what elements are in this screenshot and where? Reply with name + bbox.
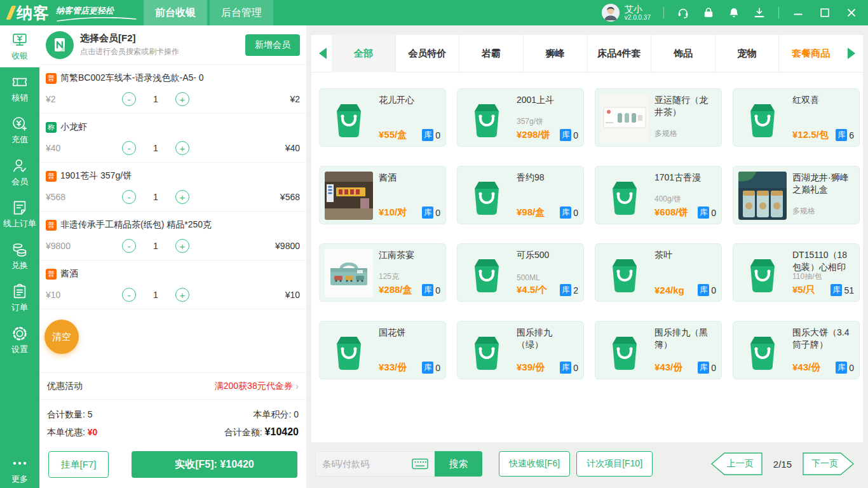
product-card[interactable]: 可乐500 500ML ¥4.5/个 库 2: [457, 243, 584, 302]
sidebar-item-member[interactable]: 会员: [0, 151, 39, 193]
decrease-qty-button[interactable]: -: [122, 288, 136, 302]
increase-qty-button[interactable]: +: [175, 288, 189, 302]
item-qty[interactable]: 1: [147, 143, 164, 153]
logo-text: 纳客: [17, 3, 50, 24]
product-price: ¥4.5/个: [517, 284, 547, 296]
divider: [778, 7, 779, 18]
category-tab-yanba[interactable]: 岩霸: [459, 35, 524, 72]
close-button[interactable]: [845, 6, 858, 19]
sidebar-item-cashier[interactable]: 收银: [0, 25, 39, 67]
increase-qty-button[interactable]: +: [175, 239, 189, 253]
product-card[interactable]: 花儿开心 ¥55/盒 库 0: [319, 88, 446, 147]
item-unit-price: ¥10: [46, 290, 122, 300]
sidebar-item-exchange[interactable]: 兑换: [0, 235, 39, 277]
product-card[interactable]: 国花饼 ¥33/份 库 0: [319, 321, 446, 379]
quick-cashier-button[interactable]: 快速收银[F6]: [499, 451, 570, 477]
decrease-qty-button[interactable]: -: [122, 92, 136, 106]
increase-qty-button[interactable]: +: [175, 141, 189, 155]
product-card[interactable]: 香约98 ¥98/盒 库 0: [457, 166, 584, 224]
logo-accent-mark: [6, 6, 17, 20]
stock-badge: 库: [831, 284, 842, 296]
stock-count: 0: [573, 130, 578, 140]
cart-item-row[interactable]: 普 1901苍斗 357g/饼 ¥568 - 1 + ¥568: [39, 163, 306, 212]
item-qty[interactable]: 1: [147, 192, 164, 202]
top-tab-backend-admin[interactable]: 后台管理: [210, 0, 273, 25]
product-name: 茶叶: [654, 249, 716, 261]
category-tab-shifeng[interactable]: 狮峰: [524, 35, 588, 72]
category-scroll-right-icon[interactable]: [843, 35, 860, 72]
notification-bell-icon[interactable]: [728, 6, 740, 19]
sidebar-item-order[interactable]: 订单: [0, 277, 39, 319]
prev-page-button[interactable]: 上一页: [710, 452, 763, 475]
sidebar-item-label: 收银: [11, 50, 28, 62]
decrease-qty-button[interactable]: -: [122, 190, 136, 204]
sidebar-item-more[interactable]: 更多: [0, 451, 39, 488]
category-tab-pets[interactable]: 宠物: [715, 35, 780, 72]
category-tab-all[interactable]: 全部: [332, 35, 396, 72]
product-price: ¥24/kg: [654, 285, 684, 295]
product-card[interactable]: 茶叶 ¥24/kg 库 0: [595, 243, 722, 302]
product-card[interactable]: 2001上斗 357g/饼 ¥298/饼 库 0: [457, 88, 584, 147]
product-card[interactable]: 红双喜 ¥12.5/包 库 6: [733, 88, 860, 147]
product-card[interactable]: 江南茶宴 125克 ¥288/盒 库 0: [319, 243, 446, 302]
product-panel: 全部 会员特价 岩霸 狮峰 床品4件套 饰品 宠物 套餐商品 花儿开心 ¥55/…: [306, 25, 868, 488]
decrease-qty-button[interactable]: -: [122, 239, 136, 253]
product-photo: [738, 172, 787, 220]
download-icon[interactable]: [753, 6, 766, 19]
minimize-button[interactable]: [792, 6, 804, 19]
increase-qty-button[interactable]: +: [175, 92, 189, 106]
item-qty[interactable]: 1: [147, 94, 164, 104]
item-unit-price: ¥2: [46, 94, 122, 104]
sidebar-item-verify[interactable]: 核销: [0, 67, 39, 109]
count-item-button[interactable]: 计次项目[F10]: [576, 451, 653, 477]
cart-item-row[interactable]: 普 简繁BC002车线本-语录浅色款-A5- 0 ¥2 - 1 + ¥2: [39, 65, 306, 114]
cart-item-row[interactable]: 称 小龙虾 ¥40 - 1 + ¥40: [39, 114, 306, 163]
product-card[interactable]: DT15110（18包装）心相印 110抽/包 ¥5/只 库 51: [733, 243, 860, 302]
avatar[interactable]: [602, 4, 620, 22]
lock-icon[interactable]: [702, 6, 715, 19]
top-tab-front-cashier[interactable]: 前台收银: [144, 0, 207, 25]
product-card[interactable]: 围乐排九（黑簿） ¥43/份 库 0: [595, 321, 722, 379]
hold-order-button[interactable]: 挂单[F7]: [48, 451, 109, 478]
pay-button[interactable]: 实收[F5]: ¥10420: [132, 451, 297, 478]
barcode-search-input[interactable]: [322, 459, 412, 469]
product-card[interactable]: 亚运随行（龙井茶） 多规格: [595, 88, 722, 147]
next-page-button[interactable]: 下一页: [802, 452, 855, 475]
clear-cart-button[interactable]: 清空: [44, 320, 79, 354]
product-card[interactable]: 围乐排九（绿） ¥39/份 库 0: [457, 321, 584, 379]
product-card[interactable]: 西湖龙井·狮峰之巅礼盒 多规格: [733, 166, 860, 224]
keyboard-icon[interactable]: [412, 458, 428, 470]
cart-item-row[interactable]: 普 非遗传承手工精品茶(纸包) 精品*250克 ¥9800 - 1 + ¥980…: [39, 212, 306, 261]
product-price: ¥55/盒: [379, 129, 407, 141]
category-tab-bedding-4pc[interactable]: 床品4件套: [588, 35, 652, 72]
user-block[interactable]: 艾小 v2.0.0.37: [602, 4, 651, 22]
category-tab-accessories[interactable]: 饰品: [651, 35, 715, 72]
add-member-button[interactable]: 新增会员: [245, 34, 300, 56]
product-card[interactable]: 围乐大饼（3.4筒子牌） ¥43/份 库 0: [733, 321, 860, 379]
member-select-bar[interactable]: 选择会员[F2] 点击进行会员搜索或刷卡操作 新增会员: [39, 25, 306, 65]
category-tab-combo[interactable]: 套餐商品: [779, 35, 843, 72]
maximize-button[interactable]: [818, 6, 831, 19]
shopping-bag-icon: [600, 172, 649, 220]
item-qty[interactable]: 1: [147, 241, 164, 251]
promo-row[interactable]: 优惠活动 满200获38元代金券 ›: [39, 372, 306, 399]
product-name: 红双喜: [792, 94, 854, 106]
product-spec: 400g/饼: [654, 194, 716, 205]
product-card[interactable]: 1701古香漫 400g/饼 ¥608/饼 库 0: [595, 166, 722, 224]
category-tab-member-special[interactable]: 会员特价: [396, 35, 460, 72]
shopping-bag-icon: [738, 94, 787, 142]
category-scroll-left-icon[interactable]: [314, 35, 332, 72]
increase-qty-button[interactable]: +: [175, 190, 189, 204]
item-name: 1901苍斗 357g/饼: [60, 170, 132, 182]
item-qty[interactable]: 1: [147, 290, 164, 300]
search-button[interactable]: 搜索: [435, 451, 482, 477]
shopping-bag-icon: [738, 249, 787, 297]
sidebar: 收银 核销 充值 会员 线上订单 兑换 订单 设置 更多: [0, 25, 39, 488]
product-card[interactable]: 酱酒 ¥10/对 库 0: [319, 166, 446, 224]
cart-item-row[interactable]: 普 酱酒 ¥10 - 1 + ¥10: [39, 261, 306, 309]
customer-service-icon[interactable]: [677, 6, 689, 19]
sidebar-item-settings[interactable]: 设置: [0, 319, 39, 361]
sidebar-item-recharge[interactable]: 充值: [0, 109, 39, 151]
sidebar-item-online-order[interactable]: 线上订单: [0, 193, 39, 235]
decrease-qty-button[interactable]: -: [122, 141, 136, 155]
